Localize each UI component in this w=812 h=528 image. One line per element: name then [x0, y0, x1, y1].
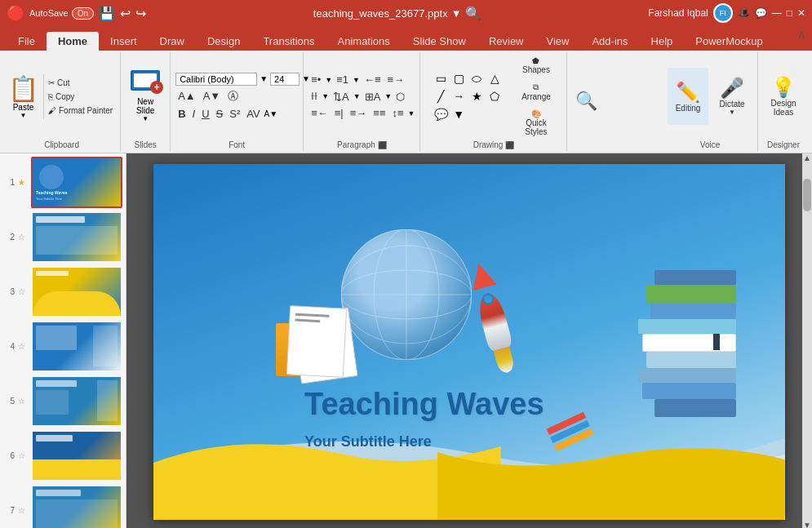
- slide-thumb-1[interactable]: 1 ★ Teaching Waves Your Subtitle Here: [3, 157, 122, 208]
- slide-thumbnail-6[interactable]: [31, 430, 122, 481]
- align-center-button[interactable]: ≡|: [332, 106, 346, 120]
- slide-thumb-7[interactable]: 7 ☆: [3, 485, 122, 528]
- text-direction-button[interactable]: ⇅A: [331, 90, 352, 104]
- bullet-list-button[interactable]: ≡•: [308, 73, 323, 87]
- shadow-button[interactable]: S²: [227, 107, 242, 121]
- shape-callout[interactable]: 💬: [433, 106, 449, 122]
- design-ideas-button[interactable]: 💡 Design Ideas: [763, 68, 804, 125]
- search-button[interactable]: 🔍: [572, 87, 601, 115]
- shape-pentagon[interactable]: ⬠: [486, 88, 503, 104]
- ribbon-collapse-icon[interactable]: 🎩: [738, 7, 750, 19]
- slide-thumb-4[interactable]: 4 ☆: [3, 321, 122, 372]
- format-painter-button[interactable]: 🖌Format Painter: [46, 104, 115, 117]
- dictate-dropdown[interactable]: ▼: [729, 109, 735, 116]
- scroll-up-button[interactable]: ▲: [803, 153, 811, 162]
- tab-transitions[interactable]: Transitions: [251, 32, 326, 51]
- font-decrease-button[interactable]: A▼: [201, 89, 224, 103]
- strikethrough-button[interactable]: S: [214, 107, 226, 121]
- save-icon[interactable]: 💾: [99, 6, 115, 21]
- slide-thumbnail-4[interactable]: [31, 321, 122, 372]
- italic-button[interactable]: I: [190, 107, 198, 121]
- align-left-button[interactable]: ≡←: [308, 106, 331, 120]
- num-dropdown-icon[interactable]: ▼: [353, 76, 360, 84]
- paste-button[interactable]: 📋 Paste ▼: [8, 74, 44, 119]
- char-spacing-button[interactable]: AV: [244, 107, 262, 121]
- cut-button[interactable]: ✂Cut: [46, 77, 115, 89]
- slide-thumbnail-3[interactable]: [31, 266, 122, 317]
- tab-insert[interactable]: Insert: [99, 32, 149, 51]
- paragraph-expand-icon[interactable]: ⬛: [378, 141, 387, 149]
- font-size-input[interactable]: [270, 73, 300, 86]
- ribbon-collapse-button[interactable]: ∧: [797, 28, 805, 41]
- slide-thumbnail-7[interactable]: [31, 485, 122, 528]
- copy-button[interactable]: ⎘Copy: [46, 91, 115, 103]
- search-icon[interactable]: 🔍: [465, 6, 481, 21]
- minimize-icon[interactable]: —: [772, 7, 782, 19]
- slide-thumbnail-5[interactable]: [31, 375, 122, 427]
- comment-icon[interactable]: 💬: [755, 7, 767, 19]
- close-icon[interactable]: ✕: [797, 7, 805, 19]
- columns-dropdown[interactable]: ▼: [322, 92, 329, 100]
- slide-thumb-2[interactable]: 2 ☆: [3, 211, 122, 263]
- clear-formatting-button[interactable]: Ⓐ: [225, 88, 241, 104]
- shape-triangle[interactable]: △: [486, 70, 503, 87]
- paste-dropdown-icon[interactable]: ▼: [20, 112, 27, 119]
- tab-help[interactable]: Help: [640, 32, 685, 51]
- vertical-scrollbar[interactable]: ▲ ▼: [802, 153, 812, 528]
- slide-thumbnail-1[interactable]: Teaching Waves Your Subtitle Here: [31, 157, 122, 208]
- columns-button[interactable]: ⫲⫲: [308, 89, 320, 104]
- tab-powermockup[interactable]: PowerMockup: [684, 32, 774, 51]
- dictate-button[interactable]: 🎤 Dictate ▼: [712, 68, 752, 125]
- drawing-expand-icon[interactable]: ⬛: [505, 141, 514, 149]
- autosave-toggle[interactable]: On: [72, 7, 94, 20]
- autosave-control[interactable]: AutoSave On: [29, 7, 94, 20]
- font-color-dropdown[interactable]: A▼: [264, 109, 278, 118]
- tab-slideshow[interactable]: Slide Show: [402, 32, 477, 51]
- slide-thumb-3[interactable]: 3 ☆: [3, 266, 122, 317]
- bullet-dropdown-icon[interactable]: ▼: [325, 76, 332, 84]
- decrease-indent-button[interactable]: ←≡: [362, 73, 384, 87]
- tab-home[interactable]: Home: [47, 32, 99, 51]
- align-right-button[interactable]: ≡→: [348, 106, 370, 120]
- shape-arrow[interactable]: →: [450, 88, 467, 104]
- tab-view[interactable]: View: [535, 32, 581, 51]
- shape-oval[interactable]: ⬭: [468, 70, 485, 87]
- text-dir-dropdown[interactable]: ▼: [353, 92, 361, 100]
- smartart-button[interactable]: ⬡: [393, 90, 407, 104]
- maximize-icon[interactable]: □: [787, 7, 792, 19]
- bold-button[interactable]: B: [175, 107, 188, 121]
- align-dropdown[interactable]: ▼: [384, 92, 392, 100]
- shapes-button[interactable]: ⬟Shapes: [517, 54, 555, 77]
- numbered-list-button[interactable]: ≡1: [334, 73, 351, 87]
- tab-draw[interactable]: Draw: [149, 32, 196, 51]
- redo-icon[interactable]: ↪: [135, 6, 146, 21]
- arrange-button[interactable]: ⧉Arrange: [517, 80, 555, 104]
- tab-design[interactable]: Design: [196, 32, 251, 51]
- align-text-button[interactable]: ⊞A: [362, 90, 384, 104]
- quick-styles-button[interactable]: 🎨Quick Styles: [517, 107, 555, 139]
- editing-button[interactable]: ✏️ Editing: [668, 68, 708, 125]
- increase-indent-button[interactable]: ≡→: [385, 73, 407, 87]
- font-dropdown-icon[interactable]: ▼: [260, 74, 268, 83]
- font-increase-button[interactable]: A▲: [175, 89, 198, 103]
- tab-addins[interactable]: Add-ins: [580, 32, 639, 51]
- line-spacing-dropdown[interactable]: ▼: [408, 109, 415, 118]
- slide-title[interactable]: Teaching Waves: [304, 387, 544, 422]
- tab-file[interactable]: File: [7, 32, 47, 51]
- shape-rect[interactable]: ▭: [433, 70, 449, 87]
- underline-button[interactable]: U: [199, 107, 211, 121]
- dropdown-icon[interactable]: ▼: [451, 7, 462, 20]
- justify-button[interactable]: ≡≡: [371, 106, 388, 120]
- new-slide-button[interactable]: + New Slide ▼: [126, 68, 165, 125]
- vertical-scrollbar-thumb[interactable]: [803, 179, 811, 211]
- shape-rounded[interactable]: ▢: [450, 70, 467, 87]
- new-slide-dropdown[interactable]: ▼: [142, 115, 149, 122]
- shapes-more[interactable]: ▼: [450, 106, 467, 122]
- line-spacing-button[interactable]: ↕≡: [389, 106, 406, 120]
- tab-review[interactable]: Review: [477, 32, 535, 51]
- slide-thumbnail-2[interactable]: [31, 211, 122, 263]
- slide-thumb-5[interactable]: 5 ☆: [3, 375, 122, 427]
- tab-animations[interactable]: Animations: [326, 32, 402, 51]
- slide-thumb-6[interactable]: 6 ☆: [3, 430, 122, 481]
- slide-canvas[interactable]: Teaching Waves Your Subtitle Here: [153, 164, 785, 520]
